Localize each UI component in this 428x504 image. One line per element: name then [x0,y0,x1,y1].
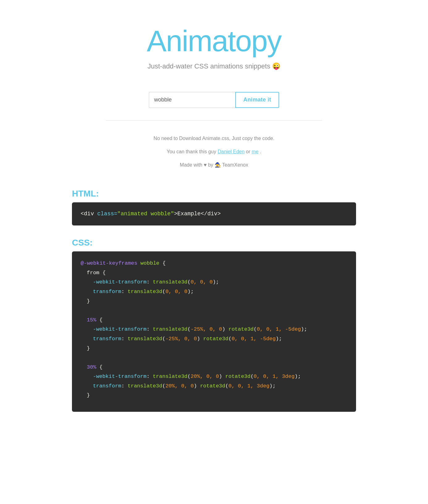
html-section: HTML: <div class="animated wobble">Examp… [72,189,356,225]
me-link[interactable]: me [252,149,258,154]
header-section: Animatopy Just-add-water CSS animations … [72,12,356,92]
app-title: Animatopy [72,25,356,57]
made-with-line: Made with ♥ by 🧙 TeamXenox [72,159,356,170]
css-section: CSS: @-webkit-keyframes wobble { from { … [72,238,356,412]
animation-search-input[interactable] [149,92,235,108]
animate-button[interactable]: Animate it [235,92,279,108]
emoji-icon: 😜 [272,62,280,70]
css-section-label: CSS: [72,238,356,248]
css-code-block[interactable]: @-webkit-keyframes wobble { from { -webk… [72,251,356,412]
html-section-label: HTML: [72,189,356,199]
info-section: No need to Download Animate.css, Just co… [72,127,356,177]
search-section: Animate it [72,92,356,108]
app-subtitle: Just-add-water CSS animations snippets 😜 [72,62,356,70]
html-code-block: <div class="animated wobble">Example</di… [72,202,356,225]
daniel-eden-link[interactable]: Daniel Eden [218,149,245,154]
info-line-1: No need to Download Animate.css, Just co… [72,133,356,144]
info-line-2: You can thank this guy Daniel Eden or me… [72,146,356,157]
divider [106,120,322,121]
